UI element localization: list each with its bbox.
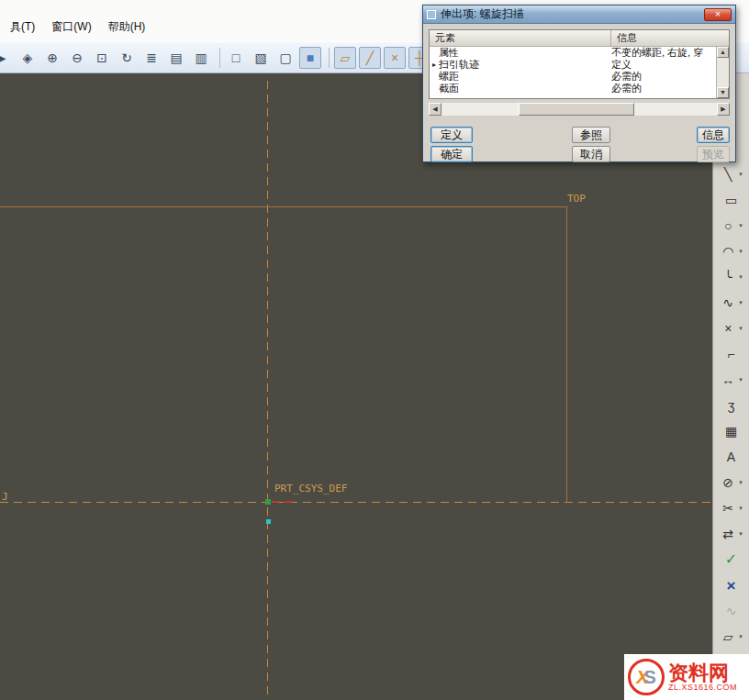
table-row[interactable]: ▸ 扫引轨迹 定义 (430, 59, 716, 71)
mirror-icon[interactable]: ⇄ ▾ (713, 521, 749, 547)
dialog-title: 伸出项: 螺旋扫描 (441, 6, 524, 22)
horizontal-scroll-thumb[interactable] (519, 103, 634, 116)
current-row-marker (430, 71, 439, 83)
icon-glyph: ╰ (720, 271, 736, 283)
horizontal-centerline[interactable] (0, 502, 712, 503)
arc-icon[interactable]: ◠ ▾ (713, 239, 749, 264)
dropdown-caret-icon[interactable]: ▾ (739, 505, 743, 512)
wave-icon[interactable]: ∿ (713, 598, 749, 624)
close-button[interactable]: × (704, 8, 732, 21)
menu-item-tools[interactable]: 具(T) (2, 17, 43, 38)
origin-point[interactable] (265, 499, 271, 505)
ok-button[interactable]: 确定 (430, 146, 473, 162)
watermark-url: ZL.XS1616.COM (668, 683, 737, 692)
view-manager-icon[interactable]: ▤ (165, 47, 187, 69)
dropdown-caret-icon[interactable]: ▾ (739, 171, 743, 178)
table-row[interactable]: 属性 不变的螺距, 右旋, 穿 (430, 47, 716, 59)
top-datum-edge-vertical[interactable] (566, 206, 567, 503)
dropdown-caret-icon[interactable]: ▾ (739, 248, 743, 255)
info-cell: 不变的螺距, 右旋, 穿 (611, 47, 716, 59)
icon-glyph: ⊘ (720, 476, 736, 489)
column-header-info: 信息 (611, 30, 729, 46)
coordinate-system-icon[interactable]: ⌐ (713, 341, 749, 367)
dialog-icon (427, 10, 436, 19)
icon-glyph: ∿ (720, 296, 736, 309)
spline-icon[interactable]: ∿ ▾ (713, 290, 749, 316)
icon-glyph: ✓ (723, 552, 740, 567)
dropdown-caret-icon[interactable]: ▾ (739, 222, 743, 229)
dropdown-caret-icon[interactable]: ▾ (739, 376, 743, 383)
icon-glyph: ✂ (720, 502, 736, 515)
references-button[interactable]: 参照 (572, 127, 610, 143)
datum-point-toggle-icon[interactable]: × (384, 47, 406, 69)
no-hidden-icon[interactable]: ▢ (274, 47, 296, 69)
scroll-up-icon[interactable]: ▲ (717, 47, 729, 58)
dialog-titlebar[interactable]: 伸出项: 螺旋扫描 × (423, 6, 735, 24)
sketcher-toolbar: ╲ ▾ ▭ ○ ▾ ◠ ▾ ╰ ▾ ∿ ▾ × ▾ ⌐ ↔ (712, 73, 749, 700)
table-vertical-scrollbar[interactable]: ▲ ▼ (716, 47, 729, 98)
circle-icon[interactable]: ○ ▾ (713, 213, 749, 239)
current-row-marker: ▸ (430, 59, 439, 71)
layers-icon[interactable]: ≣ (140, 47, 162, 69)
zoom-in-icon[interactable]: ⊕ (41, 47, 63, 69)
wireframe-icon[interactable]: □ (225, 47, 247, 69)
edge-label-partial[interactable]: J (2, 491, 8, 503)
vertical-centerline[interactable] (267, 81, 268, 700)
done-check-icon[interactable]: ✓ (713, 547, 749, 572)
fillet-icon[interactable]: ╰ ▾ (713, 264, 749, 290)
graphics-area[interactable]: TOP PRT_CSYS_DEF J (0, 73, 712, 700)
table-row[interactable]: 螺距 必需的 (430, 71, 716, 83)
refit-icon[interactable]: ⊡ (91, 47, 113, 69)
dropdown-caret-icon[interactable]: ▾ (739, 325, 743, 332)
cancel-button[interactable]: 取消 (572, 146, 610, 162)
repaint-icon[interactable]: ↻ (116, 47, 138, 69)
dropdown-caret-icon[interactable]: ▾ (739, 273, 743, 281)
dimension-icon[interactable]: ↔ ▾ (713, 367, 749, 393)
icon-glyph: ▱ (720, 630, 736, 643)
modify-icon[interactable]: ʒ (713, 393, 749, 418)
shaded-icon[interactable]: ■ (299, 47, 321, 69)
sketch-point[interactable] (266, 519, 271, 524)
menu-item-window[interactable]: 窗口(W) (43, 17, 99, 38)
scroll-right-icon[interactable]: ▶ (717, 103, 730, 116)
hidden-line-icon[interactable]: ▧ (250, 47, 272, 69)
icon-glyph: ◠ (720, 245, 736, 258)
reference-mark (285, 501, 292, 503)
saved-views-icon[interactable]: ◈ (17, 47, 39, 69)
scroll-left-icon[interactable]: ◀ (429, 103, 442, 116)
menu-item-help[interactable]: 帮助(H) (100, 17, 154, 38)
zoom-out-icon[interactable]: ⊖ (66, 47, 88, 69)
text-icon[interactable]: A (713, 444, 749, 470)
trim-icon[interactable]: ✂ ▾ (713, 495, 749, 521)
drawing-icon[interactable]: ▥ (190, 47, 212, 69)
icon-glyph: ▦ (723, 425, 740, 438)
top-datum-edge-horizontal[interactable] (0, 206, 567, 207)
partial-tool-icon[interactable]: ▸ (0, 47, 14, 69)
icon-glyph: ∿ (723, 605, 740, 617)
parallelogram-icon[interactable]: ▱ ▾ (713, 624, 749, 650)
dropdown-caret-icon[interactable]: ▾ (739, 299, 743, 306)
table-horizontal-scrollbar[interactable]: ◀ ▶ (429, 103, 730, 116)
horizontal-scroll-track[interactable] (442, 103, 717, 116)
cancel-x-icon[interactable]: × (713, 572, 749, 598)
table-header-row: 元素 信息 (430, 30, 729, 47)
offset-edge-icon[interactable]: ⊘ ▾ (713, 470, 749, 495)
constraint-palette-icon[interactable]: ▦ (713, 418, 749, 444)
table-rows: 属性 不变的螺距, 右旋, 穿 ▸ 扫引轨迹 定义 螺距 必需的 (430, 47, 716, 98)
info-cell: 必需的 (611, 71, 716, 83)
csys-label[interactable]: PRT_CSYS_DEF (274, 483, 347, 494)
scroll-down-icon[interactable]: ▼ (717, 87, 729, 98)
watermark-logo-s: S (644, 667, 656, 688)
dropdown-caret-icon[interactable]: ▾ (739, 479, 743, 486)
top-datum-label[interactable]: TOP (567, 193, 586, 205)
line-icon[interactable]: ╲ ▾ (713, 161, 749, 187)
table-row[interactable]: 截面 必需的 (430, 83, 716, 94)
point-icon[interactable]: × ▾ (713, 316, 749, 341)
dropdown-caret-icon[interactable]: ▾ (739, 633, 743, 640)
define-button[interactable]: 定义 (430, 127, 473, 143)
datum-axis-toggle-icon[interactable]: ╱ (359, 47, 381, 69)
datum-plane-toggle-icon[interactable]: ▱ (334, 47, 356, 69)
rectangle-icon[interactable]: ▭ (713, 187, 749, 213)
info-button[interactable]: 信息 (697, 127, 730, 143)
dropdown-caret-icon[interactable]: ▾ (739, 530, 743, 538)
